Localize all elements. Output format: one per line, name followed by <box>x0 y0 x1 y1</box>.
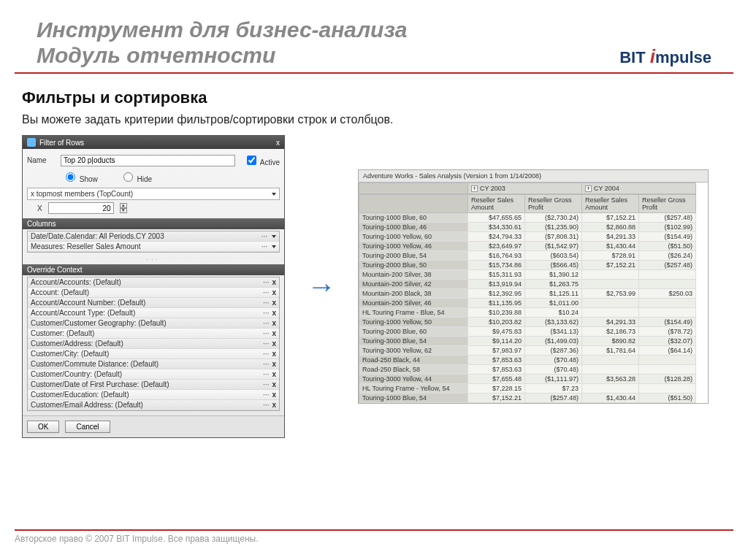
data-cell: $2,753.99 <box>582 289 639 299</box>
list-item[interactable]: Measures: Reseller Sales Amount ··· <box>28 242 279 252</box>
ok-button[interactable]: OK <box>27 421 59 433</box>
remove-icon[interactable]: x <box>272 309 276 317</box>
remove-icon[interactable]: x <box>272 319 276 327</box>
remove-icon[interactable]: x <box>272 370 276 378</box>
ellipsis-icon[interactable]: ··· <box>263 278 269 286</box>
remove-icon[interactable]: x <box>272 401 276 409</box>
spin-up-icon[interactable]: ▲ <box>120 203 127 208</box>
name-input[interactable] <box>61 155 235 166</box>
data-cell: $10,239.88 <box>468 308 525 318</box>
expander-icon[interactable]: + <box>471 185 478 192</box>
x-input[interactable] <box>48 202 114 214</box>
remove-icon[interactable]: x <box>272 360 276 368</box>
remove-icon[interactable]: x <box>272 380 276 388</box>
table-row: Touring-1000 Yellow, 60$24,794.33($7,808… <box>359 232 708 242</box>
ellipsis-icon[interactable]: ··· <box>263 380 269 388</box>
remove-icon[interactable]: x <box>272 278 276 286</box>
data-cell: ($1,499.03) <box>525 337 582 346</box>
ellipsis-icon[interactable]: ··· <box>263 299 269 307</box>
ellipsis-icon[interactable]: ··· <box>263 309 269 317</box>
ellipsis-icon[interactable]: ··· <box>263 350 269 358</box>
ellipsis-icon[interactable]: ··· <box>262 232 267 240</box>
data-cell <box>639 384 696 394</box>
data-cell: ($257.48) <box>525 394 582 403</box>
list-item[interactable]: Customer/Country: (Default)···x <box>28 369 279 380</box>
splitter-handle[interactable]: ··· <box>27 257 280 263</box>
data-cell <box>582 280 639 289</box>
remove-icon[interactable]: x <box>272 299 276 307</box>
table-row: Touring-1000 Blue, 54$7,152.21($257.48)$… <box>359 394 708 403</box>
spinner[interactable]: ▲▼ <box>120 203 127 213</box>
cancel-button[interactable]: Cancel <box>65 421 110 433</box>
dialog-title: Filter of Rows <box>39 139 84 147</box>
data-cell <box>582 356 639 365</box>
list-item[interactable]: Customer/Date of First Purchase: (Defaul… <box>28 380 279 390</box>
chevron-down-icon[interactable] <box>272 235 276 238</box>
close-icon[interactable]: x <box>276 139 280 147</box>
list-text: Account: (Default) <box>31 288 260 296</box>
table-row: Touring-2000 Blue, 50$15,734.86($566.45)… <box>359 261 708 270</box>
list-item[interactable]: Customer/Education: (Default)···x <box>28 390 279 400</box>
hide-radio-input[interactable] <box>123 172 133 182</box>
row-label: HL Touring Frame - Yellow, 54 <box>359 384 468 394</box>
dialog-titlebar[interactable]: Filter of Rows x <box>23 136 284 149</box>
report-title: Adventure Works - Sales Analysis (Versio… <box>359 170 708 183</box>
list-text: Customer/Country: (Default) <box>31 370 260 378</box>
footer: Авторское право © 2007 BIT Impulse. Все … <box>15 529 733 544</box>
ellipsis-icon[interactable]: ··· <box>263 370 269 378</box>
list-item[interactable]: Account: (Default)···x <box>28 288 279 298</box>
list-text: Customer/Date of First Purchase: (Defaul… <box>31 380 260 388</box>
list-item[interactable]: Customer/Customer Geography: (Default)··… <box>28 318 279 329</box>
data-cell: ($128.28) <box>639 375 696 384</box>
row-label: Touring-1000 Yellow, 46 <box>359 242 468 251</box>
report-grid: Adventure Works - Sales Analysis (Versio… <box>358 169 709 404</box>
data-cell: $890.82 <box>582 337 639 346</box>
list-item[interactable]: Customer/Commute Distance: (Default)···x <box>28 359 279 369</box>
row-label: Touring-3000 Yellow, 44 <box>359 375 468 384</box>
remove-icon[interactable]: x <box>272 340 276 348</box>
list-item[interactable]: Customer: (Default)···x <box>28 329 279 339</box>
show-radio[interactable]: Show <box>62 170 98 183</box>
ellipsis-icon[interactable]: ··· <box>263 391 269 399</box>
logo-i-glyph: i <box>650 45 655 67</box>
ellipsis-icon[interactable]: ··· <box>263 288 269 296</box>
list-item[interactable]: Customer/Address: (Default)···x <box>28 339 279 349</box>
ellipsis-icon[interactable]: ··· <box>263 340 269 348</box>
report-year-row: +CY 2003 +CY 2004 <box>359 183 708 194</box>
name-label: Name <box>27 156 56 164</box>
data-cell: ($70.48) <box>525 356 582 365</box>
remove-icon[interactable]: x <box>272 350 276 358</box>
table-row: HL Touring Frame - Yellow, 54$7,228.15$7… <box>359 384 708 394</box>
data-cell: ($603.54) <box>525 251 582 261</box>
remove-icon[interactable]: x <box>272 391 276 399</box>
data-cell: ($257.48) <box>639 261 696 270</box>
hide-radio[interactable]: Hide <box>120 170 152 183</box>
remove-icon[interactable]: x <box>272 288 276 296</box>
list-item[interactable]: Account/Accounts: (Default)···x <box>28 277 279 288</box>
list-item[interactable]: Customer/Email Address: (Default)···x <box>28 400 279 410</box>
ellipsis-icon[interactable]: ··· <box>263 319 269 327</box>
data-cell: ($1,235.90) <box>525 223 582 232</box>
ellipsis-icon[interactable]: ··· <box>263 329 269 337</box>
list-item[interactable]: Date/Date.Calendar: All Periods.CY 2003 … <box>28 231 279 242</box>
chevron-down-icon[interactable] <box>272 245 276 248</box>
spin-down-icon[interactable]: ▼ <box>120 208 127 213</box>
expander-icon[interactable]: + <box>585 185 592 192</box>
year-cell[interactable]: +CY 2003 <box>468 183 582 194</box>
ellipsis-icon[interactable]: ··· <box>263 401 269 409</box>
ellipsis-icon[interactable]: ··· <box>263 360 269 368</box>
active-checkbox[interactable]: Active <box>244 153 280 167</box>
year-cell[interactable]: +CY 2004 <box>582 183 696 194</box>
ellipsis-icon[interactable]: ··· <box>262 242 267 250</box>
show-radio-input[interactable] <box>66 172 75 182</box>
active-checkbox-input[interactable] <box>247 156 256 165</box>
list-item[interactable]: Account/Account Number: (Default)···x <box>28 298 279 308</box>
table-row: Touring-3000 Blue, 54$9,114.20($1,499.03… <box>359 337 708 346</box>
remove-icon[interactable]: x <box>272 329 276 337</box>
list-item[interactable]: Account/Account Type: (Default)···x <box>28 308 279 318</box>
x-label: X <box>37 204 42 212</box>
list-item[interactable]: Customer/City: (Default)···x <box>28 349 279 359</box>
method-select[interactable]: x topmost members (TopCount) <box>27 188 280 200</box>
table-row: Touring-1000 Blue, 60$47,655.65($2,730.2… <box>359 213 708 223</box>
title-line-1: Инструмент для бизнес-анализа <box>37 18 407 42</box>
